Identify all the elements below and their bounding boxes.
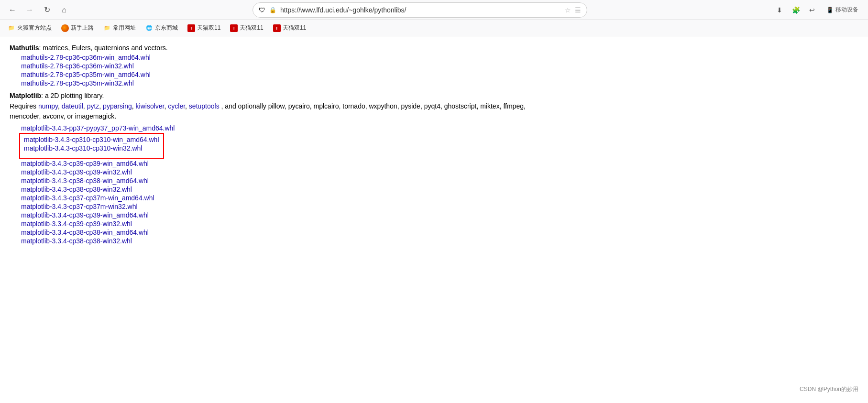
mathutils-link-3[interactable]: mathutils-2.78-cp35-cp35m-win_amd64.whl bbox=[21, 71, 151, 78]
matplotlib-pp37-link[interactable]: matplotlib-3.4.3-pp37-pypy37_pp73-win_am… bbox=[21, 124, 175, 132]
list-item: mathutils-2.78-cp35-cp35m-win32.whl bbox=[21, 79, 858, 87]
matplotlib-title: Matplotlib: a 2D plotting library. bbox=[10, 92, 858, 99]
highlighted-link-list: matplotlib-3.4.3-cp310-cp310-win_amd64.w… bbox=[20, 134, 163, 155]
mathutils-link-1[interactable]: mathutils-2.78-cp36-cp36m-win_amd64.whl bbox=[21, 54, 151, 61]
list-item: matplotlib-3.4.3-cp39-cp39-win_amd64.whl bbox=[21, 160, 858, 167]
list-item: mathutils-2.78-cp36-cp36m-win_amd64.whl bbox=[21, 54, 858, 61]
mobile-button[interactable]: 📱 移动设备 bbox=[823, 4, 862, 15]
list-item: mathutils-2.78-cp35-cp35m-win_amd64.whl bbox=[21, 71, 858, 78]
browser-chrome: ← → ↻ ⌂ 🛡 🔒 https://www.lfd.uci.edu/~goh… bbox=[0, 0, 868, 36]
extensions-button[interactable]: 🧩 bbox=[789, 3, 802, 17]
bookmarks-bar: 📁 火狐官方站点 新手上路 📁 常用网址 🌐 京东商城 T 天猫双11 T bbox=[0, 20, 868, 36]
pyparsing-link[interactable]: pyparsing bbox=[103, 102, 132, 110]
folder-icon: 📁 bbox=[103, 24, 111, 32]
back-history-button[interactable]: ↩ bbox=[805, 3, 819, 17]
list-item: matplotlib-3.4.3-cp38-cp38-win32.whl bbox=[21, 185, 858, 193]
bookmark-jd[interactable]: 🌐 京东商城 bbox=[142, 22, 182, 33]
mathutils-link-list: mathutils-2.78-cp36-cp36m-win_amd64.whl … bbox=[21, 54, 858, 87]
toolbar-icons-right: ⬇ 🧩 ↩ bbox=[773, 3, 819, 17]
home-button[interactable]: ⌂ bbox=[57, 3, 71, 17]
list-item: matplotlib-3.4.3-cp37-cp37m-win_amd64.wh… bbox=[21, 194, 858, 202]
matplotlib-remaining-links: matplotlib-3.4.3-cp39-cp39-win_amd64.whl… bbox=[21, 160, 858, 245]
matplotlib-cp37-win32-link[interactable]: matplotlib-3.4.3-cp37-cp37m-win32.whl bbox=[21, 203, 138, 210]
url-text[interactable]: https://www.lfd.uci.edu/~gohlke/pythonli… bbox=[280, 6, 561, 14]
above-highlight-link-container: matplotlib-3.4.3-pp37-pypy37_pp73-win_am… bbox=[21, 124, 858, 132]
globe-icon: 🌐 bbox=[145, 24, 153, 32]
folder-icon: 📁 bbox=[8, 24, 15, 32]
bookmark-label: 火狐官方站点 bbox=[17, 24, 52, 32]
matplotlib-cp310-amd64-link[interactable]: matplotlib-3.4.3-cp310-cp310-win_amd64.w… bbox=[24, 136, 159, 143]
bookmark-tmall-1[interactable]: T 天猫双11 bbox=[184, 22, 224, 33]
mathutils-link-4[interactable]: mathutils-2.78-cp35-cp35m-win32.whl bbox=[21, 79, 134, 87]
matplotlib-334-cp39-win32-link[interactable]: matplotlib-3.3.4-cp39-cp39-win32.whl bbox=[21, 220, 132, 228]
list-item: mathutils-2.78-cp36-cp36m-win32.whl bbox=[21, 62, 858, 70]
tmall-icon-3: T bbox=[273, 24, 281, 32]
list-item: matplotlib-3.3.4-cp39-cp39-win_amd64.whl bbox=[21, 211, 858, 219]
list-item: matplotlib-3.4.3-cp38-cp38-win_amd64.whl bbox=[21, 177, 858, 185]
list-item: matplotlib-3.4.3-cp310-cp310-win32.whl bbox=[24, 144, 159, 152]
watermark: CSDN @Python的妙用 bbox=[800, 385, 858, 393]
reload-button[interactable]: ↻ bbox=[40, 3, 54, 17]
lock-icon: 🔒 bbox=[269, 7, 276, 13]
pytz-link[interactable]: pytz bbox=[87, 102, 99, 110]
bookmark-star-icon[interactable]: ☆ bbox=[565, 6, 571, 14]
matplotlib-cp310-win32-link[interactable]: matplotlib-3.4.3-cp310-cp310-win32.whl bbox=[24, 144, 142, 152]
bookmark-label: 天猫双11 bbox=[197, 24, 220, 32]
bookmark-label: 京东商城 bbox=[155, 24, 178, 32]
address-bar[interactable]: 🛡 🔒 https://www.lfd.uci.edu/~gohlke/pyth… bbox=[253, 2, 587, 18]
setuptools-link[interactable]: setuptools bbox=[189, 102, 220, 110]
back-button[interactable]: ← bbox=[6, 3, 19, 17]
numpy-link[interactable]: numpy bbox=[38, 102, 58, 110]
matplotlib-cp38-amd64-link[interactable]: matplotlib-3.4.3-cp38-cp38-win_amd64.whl bbox=[21, 177, 149, 185]
mathutils-link-2[interactable]: mathutils-2.78-cp36-cp36m-win32.whl bbox=[21, 62, 134, 70]
list-item: matplotlib-3.3.4-cp39-cp39-win32.whl bbox=[21, 220, 858, 228]
forward-button[interactable]: → bbox=[23, 3, 36, 17]
bookmark-firefox-site[interactable]: 📁 火狐官方站点 bbox=[4, 22, 55, 33]
bookmark-tmall-2[interactable]: T 天猫双11 bbox=[226, 22, 267, 33]
bookmark-newbie[interactable]: 新手上路 bbox=[57, 22, 98, 33]
list-item: matplotlib-3.4.3-cp310-cp310-win_amd64.w… bbox=[24, 136, 159, 143]
bookmark-tmall-3[interactable]: T 天猫双11 bbox=[269, 22, 310, 33]
mathutils-section: Mathutils: matrices, Eulers, quaternions… bbox=[10, 44, 858, 87]
shield-icon: 🛡 bbox=[259, 6, 265, 14]
nav-bar: ← → ↻ ⌂ 🛡 🔒 https://www.lfd.uci.edu/~goh… bbox=[0, 0, 868, 20]
page-content: Mathutils: matrices, Eulers, quaternions… bbox=[0, 36, 868, 403]
list-item: matplotlib-3.3.4-cp38-cp38-win32.whl bbox=[21, 237, 858, 245]
list-item: matplotlib-3.4.3-cp39-cp39-win32.whl bbox=[21, 168, 858, 176]
bookmark-label: 新手上路 bbox=[71, 24, 94, 32]
dateutil-link[interactable]: dateutil bbox=[62, 102, 83, 110]
bookmark-common-sites[interactable]: 📁 常用网址 bbox=[99, 22, 140, 33]
bookmark-label: 常用网址 bbox=[113, 24, 136, 32]
mathutils-title: Mathutils: matrices, Eulers, quaternions… bbox=[10, 44, 858, 52]
kiwisolver-link[interactable]: kiwisolver bbox=[136, 102, 165, 110]
firefox-icon bbox=[61, 24, 69, 32]
cycler-link[interactable]: cycler bbox=[168, 102, 185, 110]
matplotlib-334-cp38-win32-link[interactable]: matplotlib-3.3.4-cp38-cp38-win32.whl bbox=[21, 237, 132, 245]
list-item: matplotlib-3.3.4-cp38-cp38-win_amd64.whl bbox=[21, 229, 858, 236]
matplotlib-cp39-amd64-link[interactable]: matplotlib-3.4.3-cp39-cp39-win_amd64.whl bbox=[21, 160, 149, 167]
list-item: matplotlib-3.4.3-cp37-cp37m-win32.whl bbox=[21, 203, 858, 210]
download-button[interactable]: ⬇ bbox=[773, 3, 786, 17]
matplotlib-334-cp39-amd64-link[interactable]: matplotlib-3.3.4-cp39-cp39-win_amd64.whl bbox=[21, 211, 149, 219]
matplotlib-cp38-win32-link[interactable]: matplotlib-3.4.3-cp38-cp38-win32.whl bbox=[21, 185, 132, 193]
matplotlib-section: Matplotlib: a 2D plotting library. Requi… bbox=[10, 92, 858, 245]
bookmark-label: 天猫双11 bbox=[240, 24, 263, 32]
matplotlib-cp39-win32-link[interactable]: matplotlib-3.4.3-cp39-cp39-win32.whl bbox=[21, 168, 132, 176]
reader-icon[interactable]: ☰ bbox=[575, 6, 581, 14]
highlighted-links-box: matplotlib-3.4.3-cp310-cp310-win_amd64.w… bbox=[19, 133, 164, 159]
mobile-icon: 📱 bbox=[826, 7, 834, 13]
matplotlib-requires: Requires numpy, dateutil, pytz, pyparsin… bbox=[10, 101, 858, 121]
mobile-label: 移动设备 bbox=[835, 6, 858, 14]
matplotlib-cp37-amd64-link[interactable]: matplotlib-3.4.3-cp37-cp37m-win_amd64.wh… bbox=[21, 194, 154, 202]
matplotlib-334-cp38-amd64-link[interactable]: matplotlib-3.3.4-cp38-cp38-win_amd64.whl bbox=[21, 229, 149, 236]
tmall-icon-2: T bbox=[230, 24, 238, 32]
bookmark-label: 天猫双11 bbox=[283, 24, 306, 32]
tmall-icon-1: T bbox=[187, 24, 195, 32]
